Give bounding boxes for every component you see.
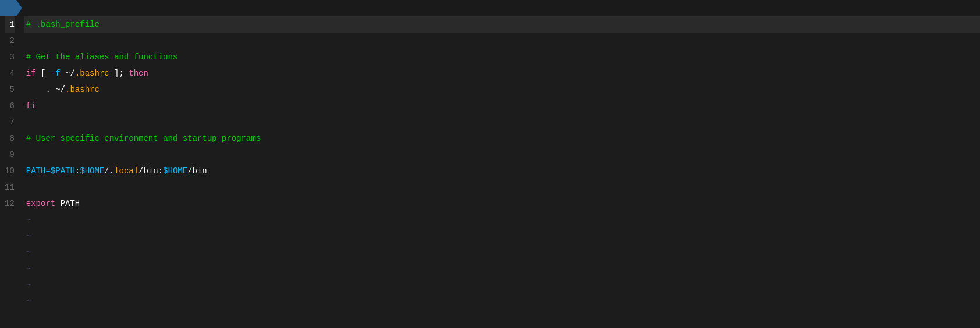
code-line: # Get the aliases and functions <box>24 49 980 65</box>
code-line <box>24 179 980 195</box>
code-line: . ~/.bashrc <box>24 81 980 98</box>
tilde-line: ~ <box>24 277 980 293</box>
code-line: # User specific environment and startup … <box>24 130 980 147</box>
tilde-line: ~ <box>24 228 980 244</box>
line-number: 8 <box>5 130 15 147</box>
tab-bar <box>0 0 980 16</box>
code-line: export PATH <box>24 195 980 212</box>
line-number: 12 <box>5 195 15 212</box>
code-line <box>24 147 980 163</box>
line-number: 9 <box>5 147 15 163</box>
tilde-line: ~ <box>24 212 980 228</box>
line-number: 2 <box>5 33 15 49</box>
line-number: 3 <box>5 49 15 65</box>
line-number: 10 <box>5 163 15 179</box>
code-content[interactable]: # .bash_profile # Get the aliases and fu… <box>22 16 980 328</box>
line-number: 11 <box>5 179 15 195</box>
code-line <box>24 33 980 49</box>
code-line <box>24 114 980 130</box>
editor-area: 123456789101112 # .bash_profile # Get th… <box>0 16 980 328</box>
code-line: if [ -f ~/.bashrc ]; then <box>24 65 980 81</box>
code-line: PATH=$PATH:$HOME/.local/bin:$HOME/bin <box>24 163 980 179</box>
line-numbers: 123456789101112 <box>0 16 22 328</box>
line-number: 6 <box>5 98 15 114</box>
tilde-line: ~ <box>24 261 980 277</box>
line-number: 5 <box>5 81 15 98</box>
tilde-line: ~ <box>24 244 980 261</box>
code-line: # .bash_profile <box>24 16 980 33</box>
tilde-line: ~ <box>24 293 980 309</box>
line-number: 1 <box>5 16 15 33</box>
code-line: fi <box>24 98 980 114</box>
line-number: 4 <box>5 65 15 81</box>
line-number: 7 <box>5 114 15 130</box>
tab-bash-profile[interactable] <box>0 0 22 16</box>
